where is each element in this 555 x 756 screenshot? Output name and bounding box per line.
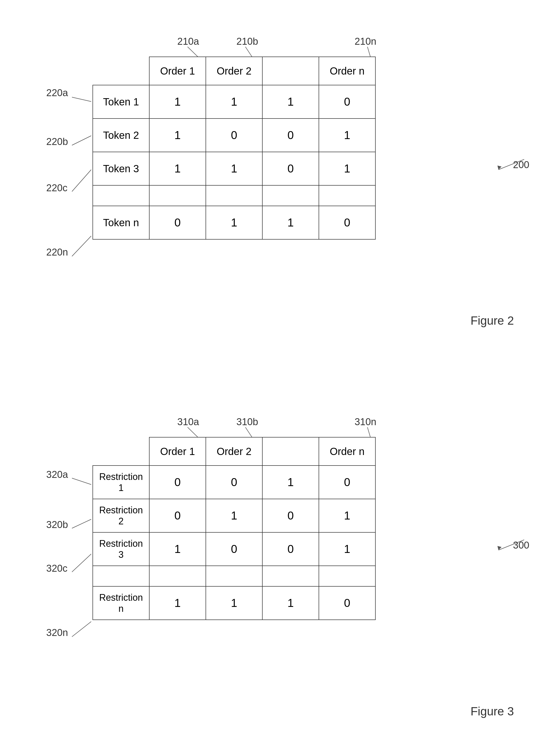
ref-label-220a: 220a <box>46 87 68 98</box>
row-label: Restriction3 <box>93 532 149 566</box>
data-cell: 0 <box>262 119 319 152</box>
ref-label-320n: 320n <box>46 627 68 638</box>
fig3-header-ordern: Order n <box>319 437 375 465</box>
ref-label-300: 300 <box>513 540 529 551</box>
figure2-caption: Figure 2 <box>470 313 514 328</box>
data-cell: 1 <box>319 152 375 185</box>
data-cell: 0 <box>206 119 262 152</box>
table-row: Token 31101 <box>93 152 375 185</box>
row-label: Restrictionn <box>93 586 149 620</box>
fig2-header-order2: Order 2 <box>206 57 262 85</box>
figure2-table-wrapper: Order 1 Order 2 Order n Token 11110Token… <box>92 56 376 240</box>
svg-line-15 <box>72 622 91 637</box>
table-row: Restrictionn1110 <box>93 586 375 620</box>
table-row: Restriction20101 <box>93 499 375 532</box>
table-row: Token 11110 <box>93 85 375 119</box>
page: 210a 210b 210n 220a 220b 220c 220n 200 <box>0 0 555 756</box>
ref-label-310b: 310b <box>237 416 258 427</box>
table-row: Token n0110 <box>93 206 375 239</box>
figure3-caption: Figure 3 <box>470 704 514 718</box>
svg-line-13 <box>72 519 91 528</box>
fig2-header-ordern: Order n <box>319 57 375 85</box>
figure2-table: Order 1 Order 2 Order n Token 11110Token… <box>92 56 376 240</box>
data-cell: 0 <box>262 499 319 532</box>
ref-label-210n: 210n <box>354 36 376 47</box>
figure2-container: 210a 210b 210n 220a 220b 220c 220n 200 <box>46 36 535 344</box>
data-cell: 0 <box>319 465 375 499</box>
table-row: Token 21001 <box>93 119 375 152</box>
svg-line-12 <box>72 478 91 485</box>
svg-line-14 <box>72 554 91 572</box>
row-label: Token 2 <box>93 119 149 152</box>
fig2-header-empty <box>93 57 149 85</box>
table-row <box>93 185 375 206</box>
data-cell: 1 <box>319 119 375 152</box>
fig3-header-empty <box>93 437 149 465</box>
data-cell: 0 <box>262 532 319 566</box>
svg-line-6 <box>72 236 91 256</box>
figure3-container: 310a 310b 310n 320a 320b 320c 320n 300 <box>46 416 535 746</box>
data-cell: 0 <box>206 532 262 566</box>
table-row: Restriction10010 <box>93 465 375 499</box>
ref-label-320a: 320a <box>46 469 68 480</box>
data-cell: 1 <box>206 152 262 185</box>
figure3-header-row: Order 1 Order 2 Order n <box>93 437 375 465</box>
data-cell: 1 <box>319 532 375 566</box>
data-cell: 1 <box>149 85 206 119</box>
row-label: Token n <box>93 206 149 239</box>
fig2-header-empty2 <box>262 57 319 85</box>
data-cell: 1 <box>262 586 319 620</box>
fig3-header-order1: Order 1 <box>149 437 206 465</box>
figure3-table-wrapper: Order 1 Order 2 Order n Restriction10010… <box>92 437 376 620</box>
data-cell: 0 <box>262 152 319 185</box>
data-cell: 0 <box>206 465 262 499</box>
data-cell: 1 <box>262 85 319 119</box>
svg-line-3 <box>72 97 91 101</box>
svg-marker-8 <box>498 166 502 170</box>
ref-label-220b: 220b <box>46 136 68 147</box>
fig3-header-empty2 <box>262 437 319 465</box>
figure2-header-row: Order 1 Order 2 Order n <box>93 57 375 85</box>
data-cell: 1 <box>206 85 262 119</box>
ref-label-220c: 220c <box>46 182 67 194</box>
ref-label-320b: 320b <box>46 519 68 530</box>
svg-marker-17 <box>498 546 502 550</box>
row-label: Restriction1 <box>93 465 149 499</box>
data-cell: 0 <box>319 85 375 119</box>
data-cell: 0 <box>319 206 375 239</box>
data-cell: 1 <box>149 152 206 185</box>
data-cell: 1 <box>149 119 206 152</box>
figure3-table: Order 1 Order 2 Order n Restriction10010… <box>92 437 376 620</box>
data-cell: 0 <box>319 586 375 620</box>
table-row: Restriction31001 <box>93 532 375 566</box>
table-row <box>93 566 375 586</box>
data-cell: 1 <box>206 499 262 532</box>
data-cell: 1 <box>262 465 319 499</box>
data-cell: 1 <box>319 499 375 532</box>
data-cell: 1 <box>206 206 262 239</box>
row-label: Restriction2 <box>93 499 149 532</box>
row-label: Token 1 <box>93 85 149 119</box>
ref-label-210a: 210a <box>177 36 199 47</box>
ref-label-310a: 310a <box>177 416 199 427</box>
ref-label-210b: 210b <box>237 36 258 47</box>
svg-line-5 <box>72 170 91 192</box>
data-cell: 1 <box>149 532 206 566</box>
fig2-header-order1: Order 1 <box>149 57 206 85</box>
svg-line-4 <box>72 136 91 145</box>
ref-label-320c: 320c <box>46 563 67 574</box>
data-cell: 1 <box>262 206 319 239</box>
ref-label-220n: 220n <box>46 247 68 258</box>
ref-label-310n: 310n <box>354 416 376 427</box>
fig3-header-order2: Order 2 <box>206 437 262 465</box>
data-cell: 1 <box>206 586 262 620</box>
data-cell: 1 <box>149 586 206 620</box>
data-cell: 0 <box>149 206 206 239</box>
data-cell: 0 <box>149 499 206 532</box>
ref-label-200: 200 <box>513 159 529 170</box>
data-cell: 0 <box>149 465 206 499</box>
row-label: Token 3 <box>93 152 149 185</box>
